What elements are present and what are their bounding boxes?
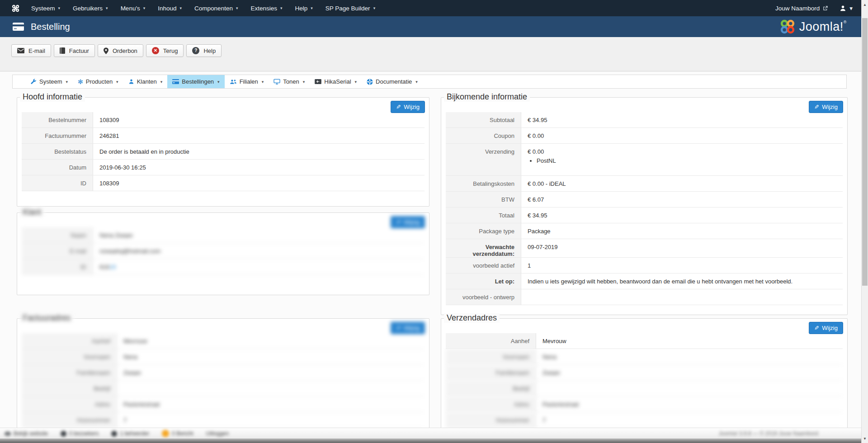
table-row: ID108309 (22, 175, 425, 191)
pencil-icon: ✎ (814, 104, 819, 110)
order-info-table: Bestelnummer108309 Factuurnummer246281 B… (22, 112, 425, 191)
person-icon (128, 79, 134, 85)
table-row: BestelstatusDe order is betaald en in pr… (22, 144, 425, 160)
bottom-edge-strip (0, 438, 868, 443)
table-row-verzending: Verzending € 0.00 PostNL (446, 144, 843, 176)
vertical-scrollbar[interactable]: ▲ ▼ (861, 0, 868, 443)
order-slip-button[interactable]: Orderbon (98, 44, 143, 57)
table-row: Factuurnummer246281 (22, 128, 425, 144)
table-row: Coupon€ 0.00 (446, 128, 843, 144)
table-row: Bestelnummer108309 (22, 112, 425, 128)
scroll-up-arrow[interactable]: ▲ (862, 1, 868, 8)
email-button[interactable]: E-mail (11, 44, 51, 57)
nav-item-componenten[interactable]: Componenten▾ (188, 0, 244, 16)
customer-id-link[interactable]: 19 (109, 264, 116, 270)
chevron-down-icon: ▾ (303, 80, 305, 84)
scroll-down-arrow[interactable]: ▼ (862, 435, 868, 442)
nav-item-systeem[interactable]: Systeem▾ (25, 0, 66, 16)
table-row: Verwachte verzenddatum:09-07-2019 (446, 239, 843, 258)
nav-item-help[interactable]: Help▾ (289, 0, 319, 16)
tab-producten[interactable]: ✻ Producten▾ (73, 75, 123, 88)
chevron-down-icon: ▾ (143, 6, 146, 10)
chevron-down-icon: ▾ (373, 6, 376, 10)
table-row: Bedrijf (22, 381, 425, 396)
messages-status[interactable]: 0 Bericht (162, 430, 193, 437)
table-row: Bedrijf (446, 381, 843, 396)
visitors-status: 0 bezoekers (61, 430, 99, 437)
table-row: Datum2019-06-30 16:25 (22, 160, 425, 175)
panel-legend: Factuuradres (20, 313, 73, 323)
help-button[interactable]: ? Help (186, 44, 222, 57)
panel-legend: Hoofd informatie (20, 92, 85, 102)
admins-status: 1 beheerder (111, 430, 149, 437)
table-row: AdresPastoriestraat (446, 396, 843, 412)
table-row: ID 61619 (22, 259, 425, 275)
table-row: voorbeeld - ontwerp (446, 289, 843, 305)
panel-bijkomende-informatie: Bijkomende informatie ✎ Wijzig Subtotaal… (441, 97, 848, 315)
table-row: Totaal€ 34.95 (446, 207, 843, 223)
order-card-icon (172, 79, 179, 84)
edit-order-button[interactable]: ✎ Wijzig (391, 101, 425, 113)
user-menu[interactable]: ▾ (840, 5, 853, 12)
joomla-logo-icon (779, 19, 796, 35)
invoice-button[interactable]: Factuur (54, 44, 95, 57)
table-row: FamilienaamZwaan (22, 365, 425, 381)
lifering-icon (367, 79, 373, 85)
table-row: AdresPastoriestraat (22, 396, 425, 412)
joomla-symbol-icon (12, 5, 19, 12)
monitor-icon (274, 79, 280, 85)
nav-item-menus[interactable]: Menu's▾ (114, 0, 152, 16)
user-circle-icon (61, 431, 66, 437)
pencil-icon: ✎ (814, 325, 819, 331)
panel-verzendadres: Verzendadres ✎ Wijzig AanhefMevrouw Voor… (441, 318, 848, 443)
nav-item-extensies[interactable]: Extensies▾ (244, 0, 288, 16)
table-row: Let op:Indien u iets gewijzigd wilt hebb… (446, 273, 843, 289)
customer-table: NaamNena Zwaan E-mailnzwaahq@hotmail.com… (22, 227, 425, 275)
tab-filialen[interactable]: Filialen▾ (225, 75, 269, 88)
tab-bestellingen[interactable]: Bestellingen▾ (167, 75, 224, 88)
tab-systeem[interactable]: Systeem▾ (25, 75, 73, 88)
admin-status-bar: Bekijk website 0 bezoekers 1 beheerder 0… (0, 428, 868, 439)
logout-link[interactable]: Uitloggen (206, 430, 229, 437)
scrollbar-thumb[interactable] (862, 18, 868, 286)
view-website-link[interactable]: Bekijk website (5, 430, 48, 437)
edit-shipping-address-button[interactable]: ✎ Wijzig (809, 322, 843, 334)
additional-info-table: Subtotaal€ 34.95 Coupon€ 0.00 Verzending… (446, 112, 843, 305)
edit-billing-address-button[interactable]: ✎ Wijzig (391, 322, 425, 334)
map-pin-icon (104, 47, 108, 54)
tab-tonen[interactable]: Tonen▾ (269, 75, 310, 88)
table-row: BTW€ 6.07 (446, 192, 843, 207)
page-title: Bestelling (31, 22, 70, 32)
panel-legend: Bijkomende informatie (444, 92, 530, 102)
close-circle-icon: ✕ (152, 47, 159, 54)
table-row: Subtotaal€ 34.95 (446, 112, 843, 128)
serial-card-icon (315, 79, 321, 84)
nav-item-inhoud[interactable]: Inhoud▾ (151, 0, 188, 16)
nav-item-sp-page-builder[interactable]: SP Page Builder▾ (319, 0, 382, 16)
panel-hoofd-informatie: Hoofd informatie ✎ Wijzig Bestelnummer10… (17, 97, 429, 207)
edit-additional-button[interactable]: ✎ Wijzig (809, 101, 843, 113)
table-row: AanhefMevrouw (22, 333, 425, 349)
edit-customer-button[interactable]: ✎ Wijzig (391, 216, 425, 228)
envelope-icon (17, 48, 24, 53)
tab-documentatie[interactable]: Documentatie▾ (362, 75, 423, 88)
external-link-icon (823, 6, 828, 11)
joomla-version-copyright: Joomla! 3.9.8 — © 2019 Jouw Naambord (719, 430, 818, 437)
tab-klanten[interactable]: Klanten▾ (123, 75, 168, 88)
messages-icon (162, 430, 169, 437)
table-row: Betalingskosten€ 0.00 - iDEAL (446, 176, 843, 192)
pencil-icon: ✎ (396, 219, 401, 226)
user-icon (840, 5, 846, 12)
eye-icon (5, 432, 11, 436)
panel-klant: Klant ✎ Wijzig NaamNena Zwaan E-mailnzwa… (17, 212, 429, 295)
panel-factuuradres: Factuuradres ✎ Wijzig AanhefMevrouw Voor… (17, 318, 429, 443)
shipping-address-table: AanhefMevrouw VoornaamNena FamilienaamZw… (446, 333, 843, 428)
back-button[interactable]: ✕ Terug (146, 44, 184, 57)
table-row: Huisnummer7 (446, 412, 843, 428)
view-site-link[interactable]: Jouw Naambord (775, 5, 828, 12)
nav-item-gebruikers[interactable]: Gebruikers▾ (66, 0, 114, 16)
table-row: voorbeeld actief1 (446, 258, 843, 273)
tab-hikaserial[interactable]: HikaSerial▾ (310, 75, 362, 88)
table-row: Huisnummer7 (22, 412, 425, 428)
component-menu: Systeem▾ ✻ Producten▾ Klanten▾ Bestellin… (12, 75, 847, 89)
